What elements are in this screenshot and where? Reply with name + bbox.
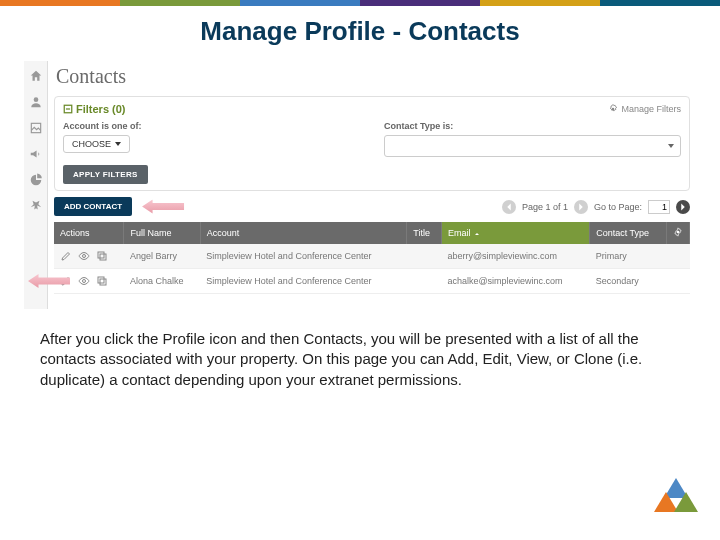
cell-email: aberry@simpleviewinc.com xyxy=(441,244,589,269)
goto-page-input[interactable] xyxy=(648,200,670,214)
col-title[interactable]: Title xyxy=(407,222,442,244)
table-row: Angel Barry Simpleview Hotel and Confere… xyxy=(54,244,690,269)
svg-rect-1 xyxy=(31,123,40,132)
table-row: Alona Chalke Simpleview Hotel and Confer… xyxy=(54,269,690,294)
gear-icon xyxy=(673,227,683,237)
col-account[interactable]: Account xyxy=(200,222,406,244)
clone-icon[interactable] xyxy=(96,275,108,287)
contact-type-select[interactable] xyxy=(384,135,681,157)
svg-point-0 xyxy=(33,97,38,102)
page-indicator: Page 1 of 1 xyxy=(522,202,568,212)
next-page-button[interactable] xyxy=(574,200,588,214)
svg-rect-11 xyxy=(98,277,104,283)
cell-email: achalke@simpleviewinc.com xyxy=(441,269,589,294)
clone-icon[interactable] xyxy=(96,250,108,262)
announce-icon[interactable] xyxy=(29,147,43,161)
prev-page-button[interactable] xyxy=(502,200,516,214)
manage-filters-link[interactable]: Manage Filters xyxy=(608,104,681,114)
col-full-name[interactable]: Full Name xyxy=(124,222,200,244)
cell-title xyxy=(407,244,442,269)
sidebar xyxy=(24,61,48,309)
filters-toggle[interactable]: Filters (0) xyxy=(63,103,126,115)
toolbar: ADD CONTACT Page 1 of 1 Go to Page: xyxy=(54,197,690,216)
account-choose-button[interactable]: CHOOSE xyxy=(63,135,130,153)
col-settings[interactable] xyxy=(667,222,690,244)
col-actions[interactable]: Actions xyxy=(54,222,124,244)
gear-icon xyxy=(608,104,618,114)
cell-account: Simpleview Hotel and Conference Center xyxy=(200,244,406,269)
main-panel: Contacts Filters (0) Manage Filters Acco… xyxy=(48,61,696,309)
svg-rect-10 xyxy=(100,279,106,285)
pager: Page 1 of 1 Go to Page: xyxy=(502,200,690,214)
apply-filters-button[interactable]: APPLY FILTERS xyxy=(63,165,148,184)
svg-point-6 xyxy=(83,255,86,258)
media-icon[interactable] xyxy=(29,121,43,135)
col-email-label: Email xyxy=(448,228,471,238)
filters-panel: Filters (0) Manage Filters Account is on… xyxy=(54,96,690,191)
svg-rect-7 xyxy=(100,254,106,260)
cell-contact-type: Secondary xyxy=(590,269,667,294)
view-icon[interactable] xyxy=(78,250,90,262)
settings-icon[interactable] xyxy=(29,199,43,213)
brand-logo xyxy=(654,484,700,524)
svg-rect-8 xyxy=(98,252,104,258)
slide-title: Manage Profile - Contacts xyxy=(0,6,720,61)
caret-down-icon xyxy=(115,142,121,146)
home-icon[interactable] xyxy=(29,69,43,83)
col-email[interactable]: Email xyxy=(441,222,589,244)
col-contact-type[interactable]: Contact Type xyxy=(590,222,667,244)
page-heading: Contacts xyxy=(54,61,690,96)
goto-page-label: Go to Page: xyxy=(594,202,642,212)
brand-stripe xyxy=(0,0,720,6)
choose-button-text: CHOOSE xyxy=(72,139,111,149)
add-contact-button[interactable]: ADD CONTACT xyxy=(54,197,132,216)
sort-asc-icon xyxy=(473,230,481,238)
cell-contact-type: Primary xyxy=(590,244,667,269)
filters-label: Filters (0) xyxy=(76,103,126,115)
cell-account: Simpleview Hotel and Conference Center xyxy=(200,269,406,294)
reports-icon[interactable] xyxy=(29,173,43,187)
minus-icon xyxy=(63,104,73,114)
view-icon[interactable] xyxy=(78,275,90,287)
contact-type-filter-label: Contact Type is: xyxy=(384,121,681,131)
contacts-table: Actions Full Name Account Title Email Co… xyxy=(54,222,690,294)
goto-page-button[interactable] xyxy=(676,200,690,214)
edit-icon[interactable] xyxy=(60,250,72,262)
account-filter-label: Account is one of: xyxy=(63,121,360,131)
cell-full-name: Alona Chalke xyxy=(124,269,200,294)
instruction-text: After you click the Profile icon and the… xyxy=(0,309,720,390)
cell-title xyxy=(407,269,442,294)
svg-point-9 xyxy=(83,280,86,283)
cell-full-name: Angel Barry xyxy=(124,244,200,269)
app-screenshot: Contacts Filters (0) Manage Filters Acco… xyxy=(24,61,696,309)
manage-filters-label: Manage Filters xyxy=(621,104,681,114)
callout-arrow xyxy=(142,200,184,214)
profile-icon[interactable] xyxy=(29,95,43,109)
